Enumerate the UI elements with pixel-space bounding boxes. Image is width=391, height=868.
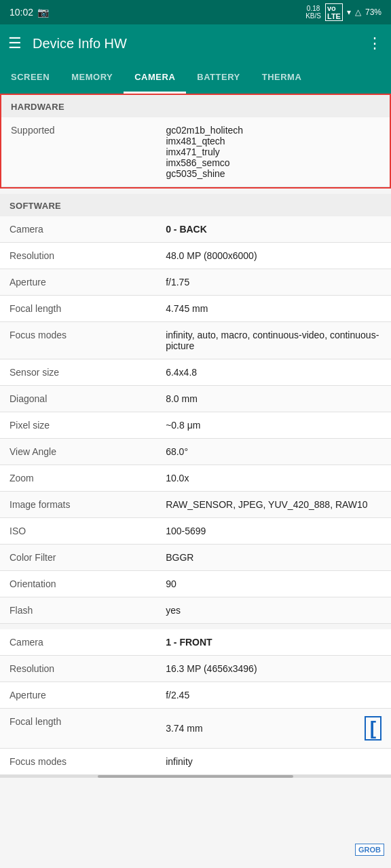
pixel-value: ~0.8 μm (166, 420, 381, 431)
orientation-value: 90 (166, 578, 381, 589)
front-resolution-value: 16.3 MP (4656x3496) (166, 663, 381, 674)
status-left: 10:02 📷 (10, 7, 49, 18)
color-filter-value: BGGR (166, 552, 381, 563)
front-aperture-row: Aperture f/2.45 (0, 682, 391, 709)
orientation-label: Orientation (10, 578, 166, 589)
diagonal-row: Diagonal 8.0 mm (0, 386, 391, 412)
front-resolution-row: Resolution 16.3 MP (4656x3496) (0, 656, 391, 682)
tab-therma[interactable]: THERMA (251, 62, 313, 94)
view-angle-row: View Angle 68.0° (0, 439, 391, 465)
scrollbar-thumb (98, 775, 293, 778)
hardware-supported-row: Supported gc02m1b_holitech imx481_qtech … (1, 117, 390, 187)
tab-battery[interactable]: BATTERY (186, 62, 250, 94)
zoom-row: Zoom 10.0x (0, 465, 391, 492)
front-resolution-label: Resolution (10, 663, 166, 674)
camera-label-1: Camera (10, 637, 166, 648)
pixel-size-row: Pixel size ~0.8 μm (0, 412, 391, 439)
focus-modes-row: Focus modes infinity, auto, macro, conti… (0, 322, 391, 359)
content: HARDWARE Supported gc02m1b_holitech imx4… (0, 94, 391, 775)
wifi-icon: ▾ (347, 7, 351, 17)
focal-value: 4.745 mm (166, 303, 381, 314)
battery: 73% (365, 7, 381, 17)
color-filter-label: Color Filter (10, 552, 166, 563)
sensor-value: 6.4x4.8 (166, 367, 381, 378)
supported-label: Supported (11, 125, 166, 136)
front-aperture-value: f/2.45 (166, 690, 381, 701)
view-angle-value: 68.0° (166, 446, 381, 457)
software-section: SOFTWARE Camera 0 - BACK Resolution 48.0… (0, 194, 391, 624)
camera-value-0: 0 - BACK (166, 224, 381, 235)
orientation-row: Orientation 90 (0, 571, 391, 597)
front-aperture-label: Aperture (10, 690, 166, 701)
front-focal-row: Focal length 3.74 mm [ (0, 709, 391, 749)
front-camera-section: Camera 1 - FRONT Resolution 16.3 MP (465… (0, 629, 391, 775)
camera-value-1: 1 - FRONT (166, 637, 381, 648)
signal-icon: △ (355, 7, 361, 17)
speed-indicator: 0.18KB/S (305, 5, 321, 20)
time: 10:02 (10, 7, 33, 18)
toolbar: ☰ Device Info HW ⋮ (0, 24, 391, 62)
iso-label: ISO (10, 526, 166, 536)
watermark: GROB (355, 844, 384, 856)
focal-label: Focal length (10, 303, 166, 314)
app-title: Device Info HW (33, 36, 367, 52)
front-focal-label: Focal length (10, 716, 166, 727)
aperture-label: Aperture (10, 277, 166, 288)
lte-icon: voLTE (325, 3, 343, 21)
camera-status-icon: 📷 (37, 7, 49, 18)
menu-icon[interactable]: ☰ (8, 35, 22, 52)
flash-row: Flash yes (0, 597, 391, 624)
aperture-value: f/1.75 (166, 277, 381, 288)
more-options-icon[interactable]: ⋮ (367, 35, 383, 52)
status-right: 0.18KB/S voLTE ▾ △ 73% (305, 3, 381, 21)
zoom-value: 10.0x (166, 473, 381, 484)
resolution-value: 48.0 MP (8000x6000) (166, 250, 381, 261)
hardware-header: HARDWARE (1, 95, 390, 117)
scrollbar[interactable] (0, 775, 391, 778)
front-focus-row: Focus modes infinity (0, 749, 391, 775)
aperture-row: Aperture f/1.75 (0, 269, 391, 296)
flash-label: Flash (10, 605, 166, 616)
flash-value: yes (166, 605, 381, 616)
camera-back-row: Camera 0 - BACK (0, 216, 391, 243)
software-header: SOFTWARE (0, 194, 391, 216)
zoom-label: Zoom (10, 473, 166, 484)
hardware-section: HARDWARE Supported gc02m1b_holitech imx4… (0, 94, 391, 189)
tab-bar: SCREEN MEMORY CAMERA BATTERY THERMA (0, 62, 391, 94)
image-formats-row: Image formats RAW_SENSOR, JPEG, YUV_420_… (0, 492, 391, 518)
divider-2 (0, 624, 391, 629)
front-focal-value: 3.74 mm [ (166, 716, 381, 741)
diagonal-value: 8.0 mm (166, 393, 381, 404)
front-focus-label: Focus modes (10, 756, 166, 767)
focal-length-row: Focal length 4.745 mm (0, 296, 391, 322)
tab-screen[interactable]: SCREEN (0, 62, 60, 94)
resolution-row: Resolution 48.0 MP (8000x6000) (0, 243, 391, 269)
sensor-size-row: Sensor size 6.4x4.8 (0, 359, 391, 386)
iso-row: ISO 100-5699 (0, 518, 391, 545)
resolution-label: Resolution (10, 250, 166, 261)
front-focus-value: infinity (166, 756, 381, 767)
sensor-label: Sensor size (10, 367, 166, 378)
image-formats-value: RAW_SENSOR, JPEG, YUV_420_888, RAW10 (166, 499, 381, 510)
camera-label-0: Camera (10, 224, 166, 235)
focus-value: infinity, auto, macro, continuous-video,… (166, 330, 381, 351)
tab-camera[interactable]: CAMERA (124, 62, 186, 94)
camera-front-row: Camera 1 - FRONT (0, 629, 391, 656)
iso-value: 100-5699 (166, 526, 381, 536)
image-formats-label: Image formats (10, 499, 166, 510)
divider-1 (0, 189, 391, 194)
focus-label: Focus modes (10, 330, 166, 340)
tab-memory[interactable]: MEMORY (60, 62, 124, 94)
pixel-label: Pixel size (10, 420, 166, 431)
color-filter-row: Color Filter BGGR (0, 545, 391, 571)
view-angle-label: View Angle (10, 446, 166, 457)
status-bar: 10:02 📷 0.18KB/S voLTE ▾ △ 73% (0, 0, 391, 24)
promo-badge: [ (365, 716, 381, 741)
diagonal-label: Diagonal (10, 393, 166, 404)
supported-value: gc02m1b_holitech imx481_qtech imx471_tru… (166, 125, 380, 179)
